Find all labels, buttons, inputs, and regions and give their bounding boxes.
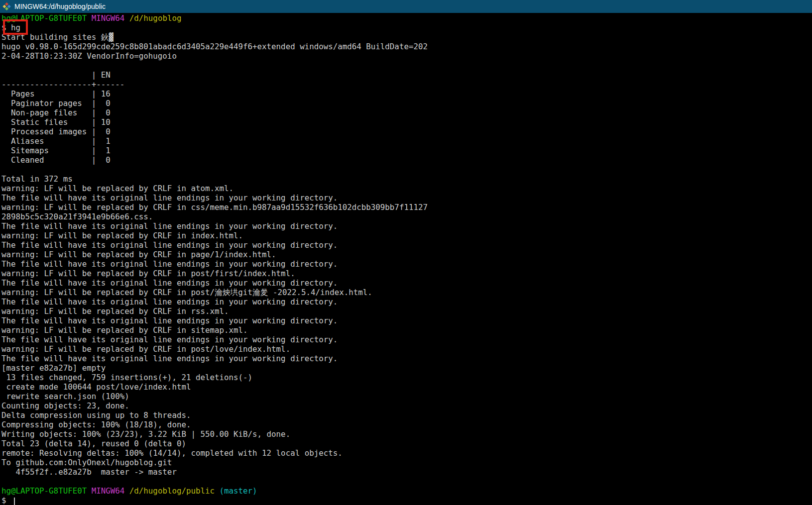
terminal-line: Aliases | 1: [1, 136, 812, 146]
terminal-line: | EN: [1, 70, 812, 80]
terminal-line: 13 files changed, 759 insertions(+), 21 …: [1, 373, 812, 382]
terminal-line: -------------------+------: [1, 80, 812, 89]
terminal-line: Total in 372 ms: [1, 174, 812, 184]
terminal-line: warning: LF will be replaced by CRLF in …: [1, 344, 812, 354]
terminal-line: The file will have its original line end…: [1, 221, 812, 231]
text-cursor: [14, 498, 15, 505]
terminal-line: Counting objects: 23, done.: [1, 401, 812, 410]
terminal-line: Cleaned | 0: [1, 155, 812, 165]
terminal-line: Static files | 10: [1, 117, 812, 127]
window-title: MINGW64:/d/hugoblog/public: [14, 2, 106, 10]
icon-diamond-blue: [7, 4, 11, 8]
terminal-line: Sitemaps | 1: [1, 146, 812, 155]
terminal-line: The file will have its original line end…: [1, 316, 812, 325]
terminal-line: 4f55f2f..e82a27b master -> master: [1, 467, 812, 477]
terminal-line: $: [1, 496, 812, 505]
terminal-line: 2898b5c5c320a21f3941e9b66e6.css.: [1, 212, 812, 221]
terminal-line: rewrite search.json (100%): [1, 392, 812, 401]
terminal-line: [1, 61, 812, 70]
terminal-line: warning: LF will be replaced by CRLF in …: [1, 325, 812, 335]
terminal-line: 2-04-28T10:23:30Z VendorInfo=gohugoio: [1, 51, 812, 61]
terminal-line: Total 23 (delta 14), reused 0 (delta 0): [1, 439, 812, 448]
terminal-line: hg@LAPTOP-G8TUFE0T MINGW64 /d/hugoblog/p…: [1, 486, 812, 496]
titlebar[interactable]: MINGW64:/d/hugoblog/public: [0, 0, 812, 13]
terminal-line: Compressing objects: 100% (18/18), done.: [1, 420, 812, 429]
terminal-line: warning: LF will be replaced by CRLF in …: [1, 231, 812, 240]
terminal-line: Start building sites 鈥▓: [1, 32, 812, 42]
terminal-line: create mode 100644 post/love/index.html: [1, 382, 812, 392]
mingw64-app-icon: [2, 2, 11, 10]
terminal-line: hg@LAPTOP-G8TUFE0T MINGW64 /d/hugoblog: [1, 13, 812, 23]
terminal-line: Processed images | 0: [1, 127, 812, 136]
terminal-line: warning: LF will be replaced by CRLF in …: [1, 269, 812, 278]
terminal-line: Non-page files | 0: [1, 108, 812, 117]
terminal-line: The file will have its original line end…: [1, 278, 812, 288]
terminal-output[interactable]: hg@LAPTOP-G8TUFE0T MINGW64 /d/hugoblog$ …: [0, 13, 812, 505]
terminal-line: Delta compression using up to 8 threads.: [1, 410, 812, 420]
terminal-line: [1, 165, 812, 174]
terminal-line: To github.com:OnlyOnexl/hugoblog.git: [1, 458, 812, 467]
terminal-line: warning: LF will be replaced by CRLF in …: [1, 306, 812, 316]
terminal-line: hugo v0.98.0-165d299cde259c8b801abadc6d3…: [1, 42, 812, 51]
terminal-line: remote: Resolving deltas: 100% (14/14), …: [1, 448, 812, 458]
terminal-line: $ hg: [1, 23, 812, 32]
terminal-line: Paginator pages | 0: [1, 99, 812, 108]
terminal-line: The file will have its original line end…: [1, 240, 812, 250]
terminal-line: Pages | 16: [1, 89, 812, 99]
terminal-line: [1, 477, 812, 486]
terminal-line: [master e82a27b] empty: [1, 363, 812, 373]
terminal-line: The file will have its original line end…: [1, 354, 812, 363]
terminal-line: The file will have its original line end…: [1, 297, 812, 306]
terminal-line: The file will have its original line end…: [1, 193, 812, 202]
terminal-window: MINGW64:/d/hugoblog/public hg@LAPTOP-G8T…: [0, 0, 812, 505]
terminal-line: warning: LF will be replaced by CRLF in …: [1, 184, 812, 193]
terminal-line: warning: LF will be replaced by CRLF in …: [1, 288, 812, 297]
terminal-line: The file will have its original line end…: [1, 335, 812, 344]
terminal-line: Writing objects: 100% (23/23), 3.22 KiB …: [1, 429, 812, 439]
terminal-line: The file will have its original line end…: [1, 259, 812, 269]
terminal-line: warning: LF will be replaced by CRLF in …: [1, 250, 812, 259]
terminal-line: warning: LF will be replaced by CRLF in …: [1, 202, 812, 212]
